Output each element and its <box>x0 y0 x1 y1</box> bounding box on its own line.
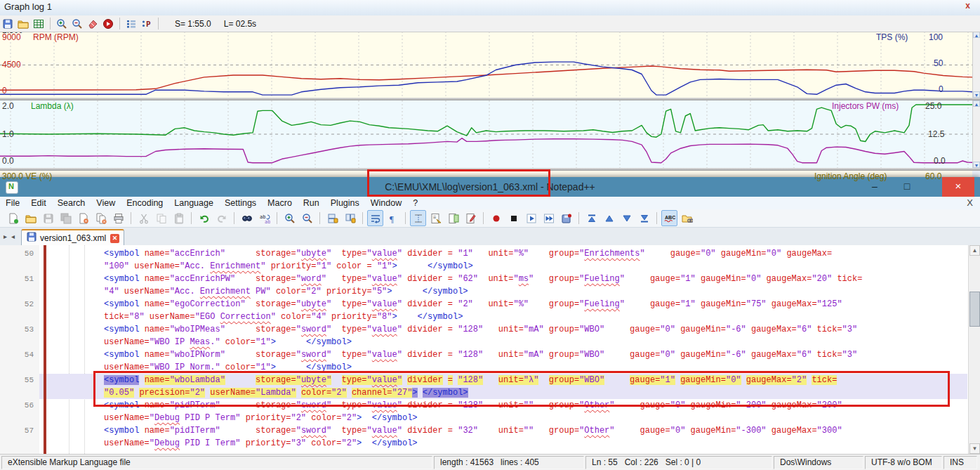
menu-item-view[interactable]: View <box>91 198 121 208</box>
sync-vertical-icon[interactable] <box>324 210 340 226</box>
toolbar-separator <box>319 212 320 224</box>
code-line-51: <symbol name="accEnrichPW" storage="word… <box>0 273 967 285</box>
undo-icon[interactable] <box>196 210 212 226</box>
rpm-axis-min: 0 <box>2 86 7 96</box>
folder-link-icon[interactable] <box>679 210 695 226</box>
graph-window-titlebar[interactable]: Graph log 1 x <box>0 0 980 16</box>
find-icon[interactable] <box>239 210 255 226</box>
tab-close-icon[interactable]: ✕ <box>110 234 119 243</box>
menu-item-plugins[interactable]: Plugins <box>325 198 365 208</box>
style-token-icon[interactable] <box>463 210 479 226</box>
code-editor[interactable]: <symbol name="accEnrich" storage="ubyte"… <box>0 245 980 454</box>
copy-icon[interactable] <box>153 210 169 226</box>
toolbar-separator <box>158 18 159 30</box>
status-encoding[interactable]: UTF-8 w/o BOM <box>865 456 942 469</box>
code-line-57: <symbol name="pidITerm" storage="sword" … <box>0 424 967 437</box>
menu-item-settings[interactable]: Settings <box>219 198 262 208</box>
menu-item-file[interactable]: File <box>0 198 25 208</box>
function-list-icon[interactable]: ≡ <box>428 210 444 226</box>
nav-last-icon[interactable] <box>636 210 652 226</box>
notepadpp-window: C:\EMU\XML\log\version1_063.xml - Notepa… <box>0 177 980 470</box>
stop-macro-icon[interactable] <box>505 210 522 226</box>
lambda-injpw-graph-panel[interactable] <box>0 100 972 168</box>
open-icon[interactable] <box>16 17 30 30</box>
redo-icon[interactable] <box>213 210 230 226</box>
print-icon[interactable] <box>110 210 126 226</box>
panel1-scrollbar[interactable]: ▲ ▼ <box>972 32 980 98</box>
close-button[interactable]: × <box>942 177 974 197</box>
scroll-down-icon[interactable]: ▼ <box>969 443 980 454</box>
show-all-characters-icon[interactable]: ¶ <box>385 210 401 226</box>
tps-axis-label: TPS (%) <box>876 32 908 42</box>
tab-scroll-right-icon[interactable]: ▸ <box>4 233 7 240</box>
cut-icon[interactable] <box>135 210 152 226</box>
marker-flag-icon[interactable]: P <box>140 17 154 30</box>
sync-horizontal-icon[interactable] <box>342 210 358 226</box>
zoom-out-icon[interactable] <box>299 210 315 226</box>
code-line-52: tick="8" userName="EGO Correction" color… <box>0 311 967 323</box>
menu-item-edit[interactable]: Edit <box>25 198 52 208</box>
export-table-icon[interactable] <box>32 17 46 30</box>
save-all-icon[interactable] <box>58 210 74 226</box>
zoom-in-icon[interactable] <box>282 210 298 226</box>
play-macro-icon[interactable] <box>523 210 539 226</box>
scroll-down-icon[interactable]: ▼ <box>973 91 980 98</box>
editor-vertical-scrollbar[interactable]: ▲ ▼ <box>968 245 980 454</box>
nav-up-icon[interactable] <box>601 210 617 226</box>
ve-axis-label: 300.0 VE (%) <box>2 171 52 181</box>
scroll-down-icon[interactable]: ▼ <box>973 162 980 168</box>
word-wrap-icon[interactable] <box>367 210 383 226</box>
scroll-up-icon[interactable]: ▲ <box>973 100 980 107</box>
toolbar-separator <box>50 18 51 30</box>
lambda-axis-label: Lambda (λ) <box>31 101 74 111</box>
zoom-out-icon[interactable] <box>70 17 84 30</box>
close-all-icon[interactable] <box>93 210 109 226</box>
rpm-axis-mid: 4500 <box>2 60 21 70</box>
new-file-icon[interactable] <box>5 210 21 226</box>
scroll-up-icon[interactable]: ▲ <box>973 32 980 38</box>
paste-icon[interactable] <box>171 210 187 226</box>
status-insert-mode[interactable]: INS <box>943 456 977 469</box>
marker-list-icon[interactable] <box>124 17 138 30</box>
menu-item-language[interactable]: Language <box>168 198 219 208</box>
code-line-50: "100" userName="Acc. Enrichment" priorit… <box>0 260 967 273</box>
menu-item-[interactable]: ? <box>407 198 423 208</box>
menu-item-macro[interactable]: Macro <box>262 198 298 208</box>
zoom-in-icon[interactable] <box>55 17 69 30</box>
indent-guide-icon[interactable] <box>410 210 426 226</box>
graph-window-close-button[interactable]: x <box>965 1 970 11</box>
spell-check-icon[interactable]: ABC <box>661 210 677 226</box>
menu-item-run[interactable]: Run <box>298 198 325 208</box>
lambda-axis-mid: 1.0 <box>2 129 14 139</box>
save-icon[interactable] <box>1 17 15 30</box>
close-icon[interactable] <box>75 210 91 226</box>
doc-map-icon[interactable] <box>445 210 461 226</box>
panel2-scrollbar[interactable]: ▲ ▼ <box>972 100 980 168</box>
tab-version1-063-xml[interactable]: version1_063.xml ✕ <box>21 229 124 246</box>
save-icon[interactable] <box>40 210 56 226</box>
scroll-up-icon[interactable]: ▲ <box>969 245 980 256</box>
eraser-icon[interactable] <box>86 17 100 30</box>
maximize-button[interactable]: □ <box>893 177 921 197</box>
replace-icon[interactable]: abab <box>256 210 272 226</box>
run-macro-multiple-icon[interactable] <box>541 210 557 226</box>
status-eol-format[interactable]: Dos\Windows <box>774 456 863 469</box>
menu-item-encoding[interactable]: Encoding <box>121 198 168 208</box>
nav-down-icon[interactable] <box>618 210 635 226</box>
menu-item-search[interactable]: Search <box>52 198 91 208</box>
save-macro-icon[interactable] <box>558 210 574 226</box>
scrollbar-thumb[interactable] <box>969 292 980 327</box>
open-file-icon[interactable] <box>22 210 39 226</box>
svg-text:ABC: ABC <box>664 214 675 220</box>
menu-bar: FileEditSearchViewEncodingLanguageSettin… <box>0 197 980 209</box>
rpm-tps-graph-panel[interactable] <box>0 32 972 98</box>
tab-scroll-left-icon[interactable]: ◂ <box>11 233 15 240</box>
document-close-icon[interactable]: X <box>967 197 973 208</box>
nav-first-icon[interactable] <box>583 210 600 226</box>
record-macro-icon[interactable] <box>488 210 504 226</box>
code-line-54: <symbol name="wboIPNorm" storage="sword"… <box>0 348 967 361</box>
menu-item-window[interactable]: Window <box>365 198 407 208</box>
record-icon[interactable] <box>101 17 115 30</box>
tab-label: version1_063.xml <box>40 233 106 243</box>
line-number-51: 51 <box>25 273 34 285</box>
